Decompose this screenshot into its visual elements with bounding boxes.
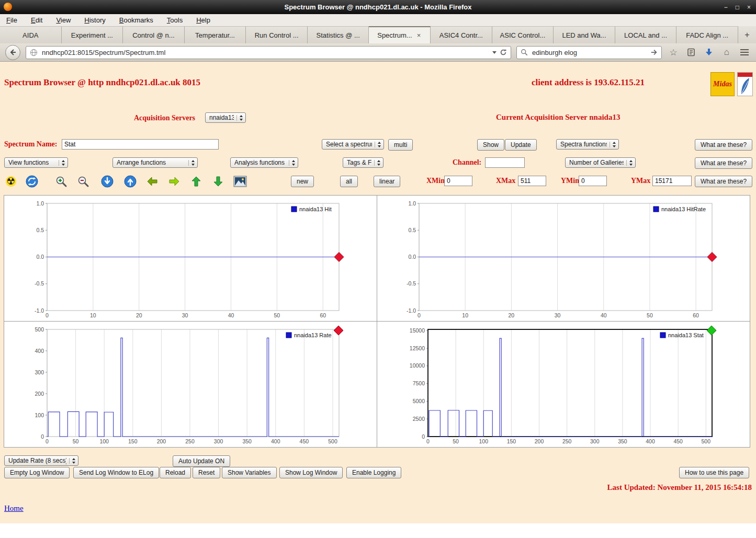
menu-icon[interactable] [738,46,751,59]
maximize-button[interactable]: □ [736,4,739,11]
search-go-icon[interactable] [650,49,658,56]
all-button[interactable]: all [340,176,358,187]
spectrum-name-input[interactable] [62,139,219,150]
empty-log-window-button[interactable]: Empty Log Window [4,467,70,478]
tab-control[interactable]: Control @ n... [123,26,185,43]
url-input[interactable] [41,48,489,57]
acquisition-servers-label: Acquisition Servers [134,114,195,122]
firefox-window: Spectrum Browser @ nndhcp021.dl.ac.uk - … [0,0,756,538]
search-input[interactable] [531,48,647,57]
star-icon[interactable]: ☆ [667,46,680,59]
new-button[interactable]: new [291,176,314,187]
analysis-functions-select[interactable]: Analysis functions [230,157,298,168]
what-are-these-button-1[interactable]: What are these? [695,139,752,151]
home-link[interactable]: Home [4,504,24,513]
what-are-these-button-2[interactable]: What are these? [695,157,752,169]
chart-panel-stat[interactable]: 0501001502002503003504004505000250050007… [377,321,750,448]
menu-edit[interactable]: Edit [31,16,42,24]
move-right-icon[interactable] [167,175,181,188]
svg-text:nnaida13 HitRate: nnaida13 HitRate [661,206,706,212]
scroll-up-icon[interactable] [123,175,137,188]
home-icon[interactable]: ⌂ [720,46,733,59]
svg-text:450: 450 [673,438,683,444]
view-functions-select[interactable]: View functions [4,157,68,168]
tab-statistics[interactable]: Statistics @ ... [308,26,369,43]
acquisition-server-select[interactable]: nnaida13 [205,112,246,123]
chart-panel-hit[interactable]: 01020304050601.00.50.0-0.5-1.0nnaida13 H… [4,195,377,322]
reload-button[interactable]: Reload [160,467,191,478]
enable-logging-button[interactable]: Enable Logging [346,467,401,478]
svg-text:200: 200 [535,438,544,444]
chart-panel-hitrate[interactable]: 01020304050601.00.50.0-0.5-1.0nnaida13 H… [377,195,750,322]
tab-run-control[interactable]: Run Control ... [246,26,308,43]
search-bar[interactable] [516,46,662,59]
tab-led[interactable]: LED and Wa... [554,26,615,43]
multi-button[interactable]: multi [388,139,413,151]
spectrum-name-label: Spectrum Name: [4,140,57,148]
xmin-label: XMin [426,177,445,185]
tab-experiment[interactable]: Experiment ... [62,26,123,43]
close-button[interactable]: × [747,4,751,11]
reset-button[interactable]: Reset [193,467,220,478]
zoom-in-icon[interactable] [54,175,68,188]
svg-text:60: 60 [320,312,326,318]
tab-asic-control[interactable]: ASIC Control... [492,26,554,43]
new-tab-button[interactable]: + [738,26,756,43]
tab-spectrum-active[interactable]: Spectrum... × [369,26,431,43]
scroll-down-icon[interactable] [100,175,114,188]
reload-icon[interactable] [500,49,507,56]
arrange-functions-select[interactable]: Arrange functions [112,157,198,168]
menu-bookmarks[interactable]: Bookmarks [119,16,153,24]
move-left-icon[interactable] [145,175,159,188]
move-down-icon[interactable] [211,175,225,188]
ymin-input[interactable] [579,176,607,186]
tab-fadc[interactable]: FADC Align ... [676,26,738,43]
number-of-galleries-select[interactable]: Number of Galleries [565,157,636,168]
xmin-input[interactable] [444,176,472,186]
show-log-window-button[interactable]: Show Log Window [279,467,343,478]
window-titlebar[interactable]: Spectrum Browser @ nndhcp021.dl.ac.uk - … [0,0,756,14]
show-button[interactable]: Show [477,139,504,151]
what-are-these-button-3[interactable]: What are these? [695,176,752,187]
xmax-input[interactable] [518,176,546,186]
bookmarks-icon[interactable] [685,46,697,59]
back-button[interactable] [5,45,20,60]
chart-panel-rate[interactable]: 0501001502002503003504004505000100200300… [4,321,377,448]
url-dropdown-icon[interactable] [492,51,497,54]
move-up-icon[interactable] [189,175,203,188]
update-rate-select[interactable]: Update Rate (8 secs) [4,455,78,466]
spectra-functions-select[interactable]: Spectra functions [556,139,619,150]
rate-chart: 0501001502002503003504004505000100200300… [4,322,377,447]
svg-text:12500: 12500 [410,345,425,351]
menu-view[interactable]: View [56,16,71,24]
minimize-button[interactable]: − [724,4,728,11]
refresh-icon[interactable] [25,175,39,188]
tags-fits-select[interactable]: Tags & Fits [343,157,383,168]
menu-tools[interactable]: Tools [167,16,183,24]
radiation-icon[interactable]: ☢ [4,175,18,188]
tab-aida[interactable]: AIDA [0,26,62,43]
show-variables-button[interactable]: Show Variables [222,467,277,478]
midas-logo: Midas [710,72,735,96]
menu-history[interactable]: History [84,16,105,24]
tab-local[interactable]: LOCAL and ... [615,26,677,43]
select-a-spectrum-select[interactable]: Select a spectrum [322,139,384,150]
menu-file[interactable]: File [6,16,17,24]
how-to-use-button[interactable]: How to use this page [679,467,749,478]
linear-button[interactable]: linear [374,176,400,187]
select-spinner-icon [626,160,634,166]
download-icon[interactable] [703,46,715,59]
send-log-window-button[interactable]: Send Log Window to ELog [73,467,159,478]
svg-text:250: 250 [185,438,195,444]
channel-input[interactable] [485,157,525,168]
tab-temperature[interactable]: Temperatur... [185,26,246,43]
tab-asic4[interactable]: ASIC4 Contr... [431,26,492,43]
snapshot-icon[interactable] [233,175,247,188]
auto-update-button[interactable]: Auto Update ON [173,455,230,467]
zoom-out-icon[interactable] [76,175,90,188]
url-bar[interactable] [26,46,511,59]
tab-close-icon[interactable]: × [416,31,422,39]
update-button[interactable]: Update [505,139,537,151]
ymax-input[interactable] [652,176,692,186]
menu-help[interactable]: Help [196,16,210,24]
